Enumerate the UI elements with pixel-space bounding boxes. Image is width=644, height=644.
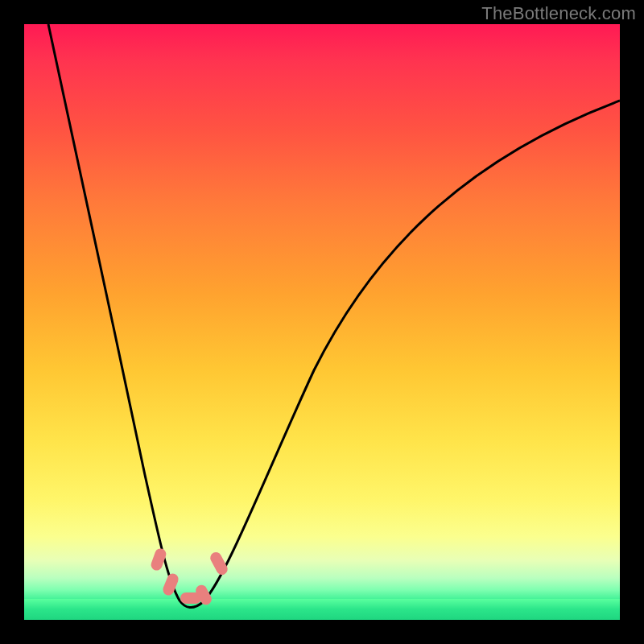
chart-plot-area xyxy=(24,24,620,620)
marker-group xyxy=(150,547,230,606)
curve-marker-b xyxy=(161,572,180,597)
bottleneck-curve-path xyxy=(48,24,620,608)
bottleneck-curve-svg xyxy=(24,24,620,620)
watermark-text: TheBottleneck.com xyxy=(481,3,636,24)
